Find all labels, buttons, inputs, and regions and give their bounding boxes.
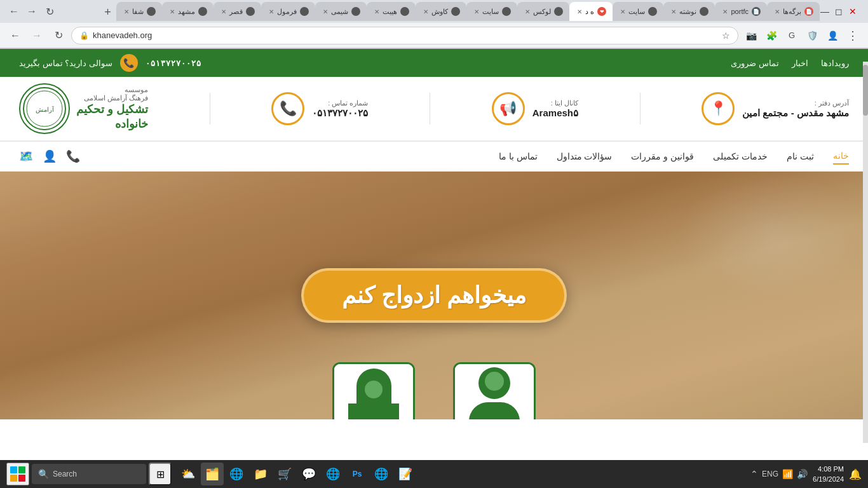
tab-5[interactable]: لوکس ✕ <box>517 2 569 21</box>
hero-cta-button[interactable]: میخواهم ازدواج کنم <box>301 268 567 323</box>
translate-button[interactable]: G <box>783 27 801 44</box>
nav-events[interactable]: رویدادها <box>821 58 849 68</box>
tab-13[interactable]: شفا ✕ <box>116 2 162 21</box>
tab-close-11[interactable]: ✕ <box>221 8 226 15</box>
reload-button[interactable]: ↻ <box>41 3 58 20</box>
new-tab-button[interactable]: + <box>98 3 116 21</box>
tab-close-5[interactable]: ✕ <box>525 8 530 15</box>
taskbar-app-weather[interactable]: ⛅ <box>177 463 200 485</box>
tab-6[interactable]: سایت ✕ <box>466 2 517 21</box>
start-button[interactable] <box>6 463 29 485</box>
tab-11[interactable]: قصر ✕ <box>214 2 261 21</box>
scrollbar-thumb[interactable] <box>863 65 868 116</box>
shield-button[interactable]: 🛡️ <box>803 27 821 44</box>
tab-7[interactable]: کاوش ✕ <box>416 2 466 21</box>
tab-12[interactable]: مشهد ✕ <box>162 2 214 21</box>
tab-close-active[interactable]: ✕ <box>577 8 582 15</box>
phone-value: ۰۵۱۳۷۲۷۰۰۲۵ <box>312 107 368 119</box>
nav-icons: 📞 👤 🗺️ <box>19 149 80 163</box>
tab-close-3[interactable]: ✕ <box>620 8 625 15</box>
wifi-icon[interactable]: 📶 <box>782 469 793 479</box>
back-button[interactable]: ← <box>5 3 23 20</box>
notification-icon[interactable]: 🔔 <box>849 468 862 480</box>
close-button[interactable]: ✕ <box>848 6 858 17</box>
nav-services[interactable]: خدمات تکمیلی <box>713 149 768 164</box>
address-reload-button[interactable]: ↻ <box>50 27 67 44</box>
divider-2 <box>430 93 430 125</box>
task-view-button[interactable]: ⊞ <box>149 463 172 485</box>
tab-close-2[interactable]: ✕ <box>671 8 676 15</box>
tab-close-12[interactable]: ✕ <box>170 8 175 15</box>
tab-close-6[interactable]: ✕ <box>474 8 479 15</box>
tab-8[interactable]: هیبت ✕ <box>367 2 416 21</box>
channel-label: کانال ایتا : <box>532 99 578 107</box>
tab-9[interactable]: شیمی ✕ <box>315 2 367 21</box>
tab-close-1[interactable]: ✕ <box>722 8 728 15</box>
scrollbar[interactable] <box>863 62 868 443</box>
profile-card-male[interactable] <box>453 362 536 419</box>
tab-close-9[interactable]: ✕ <box>323 8 328 15</box>
minimize-button[interactable]: — <box>820 6 830 17</box>
address-back-button[interactable]: ← <box>6 27 24 44</box>
forward-button[interactable]: → <box>23 3 41 20</box>
extension-button[interactable]: 🧩 <box>763 27 780 44</box>
tab-label-7: کاوش <box>431 8 448 16</box>
maximize-button[interactable]: ◻ <box>834 6 844 17</box>
phone-label: شماره تماس : <box>312 99 368 107</box>
taskbar-app-messages[interactable]: 💬 <box>297 463 320 485</box>
tab-10[interactable]: فرمول ✕ <box>261 2 315 21</box>
taskbar-app-browser[interactable]: 🌐 <box>225 463 248 485</box>
tab-3[interactable]: سایت ✕ <box>613 2 663 21</box>
channel-info-item: کانال ایتا : Aramesh۵ 📢 <box>492 92 578 125</box>
taskbar-app-explorer[interactable]: 📁 <box>249 463 272 485</box>
search-placeholder-text: Search <box>53 470 77 478</box>
messages-icon: 💬 <box>302 467 316 481</box>
profile-card-female[interactable] <box>332 362 415 419</box>
tab-2[interactable]: نوشته ✕ <box>663 2 715 21</box>
user-nav-icon[interactable]: 👤 <box>43 149 57 163</box>
tab-close-8[interactable]: ✕ <box>374 8 379 15</box>
tab-1[interactable]: 📄 portfc ✕ <box>715 2 767 21</box>
contact-cta[interactable]: سوالی دارید؟ تماس بگیرید <box>19 58 112 68</box>
nav-home[interactable]: خانه <box>833 148 849 165</box>
taskbar-app-store[interactable]: 🛒 <box>273 463 296 485</box>
tab-close-13[interactable]: ✕ <box>124 8 129 15</box>
nav-emergency[interactable]: تماس ضروری <box>731 58 779 68</box>
tab-active[interactable]: ❤ ه د ✕ <box>569 2 613 21</box>
profile-button[interactable]: 👤 <box>824 27 841 44</box>
address-forward-button[interactable]: → <box>28 27 46 44</box>
system-clock[interactable]: 4:08 PM 6/19/2024 <box>813 464 844 485</box>
tab-close-7[interactable]: ✕ <box>423 8 428 15</box>
tab-close-10[interactable]: ✕ <box>269 8 274 15</box>
tab-label-12: مشهد <box>178 8 195 16</box>
taskbar-app-files[interactable]: 🗂️ <box>201 463 224 485</box>
divider-3 <box>210 93 210 125</box>
star-icon[interactable]: ☆ <box>722 30 730 41</box>
nav-register[interactable]: ثبت نام <box>787 149 814 164</box>
phone-icon: 📞 <box>120 54 138 72</box>
map-nav-icon[interactable]: 🗺️ <box>19 149 33 163</box>
taskbar-search[interactable]: 🔍 Search <box>32 464 146 484</box>
title-bar: ← → ↻ 📄 برگه‌ها ✕ 📄 portfc ✕ نوشته ✕ سای <box>0 0 868 23</box>
address-bar[interactable]: 🔒 khanevadeh.org ☆ <box>71 27 738 44</box>
chevron-up-icon[interactable]: ⌃ <box>750 469 758 479</box>
phone-nav-icon[interactable]: 📞 <box>66 149 80 163</box>
taskbar-app-chrome[interactable]: 🌐 <box>322 463 344 485</box>
taskbar: 🔍 Search ⊞ ⛅ 🗂️ 🌐 📁 🛒 💬 🌐 Ps 🌐 <box>0 460 868 488</box>
screenshot-button[interactable]: 📷 <box>742 27 760 44</box>
taskbar-app-notes[interactable]: 📝 <box>394 463 417 485</box>
top-bar-left-contact: ۰۵۱۳۷۲۷۰۰۲۵ 📞 سوالی دارید؟ تماس بگیرید <box>19 54 201 72</box>
nav-contact[interactable]: تماس با ما <box>499 149 538 164</box>
tab-close-0[interactable]: ✕ <box>775 8 780 15</box>
nav-bar: خانه ثبت نام خدمات تکمیلی قوانین و مقررا… <box>0 142 868 172</box>
nav-rules[interactable]: قوانین و مقررات <box>631 149 694 164</box>
menu-button[interactable]: ⋮ <box>844 27 862 44</box>
language-indicator[interactable]: ENG <box>762 470 778 478</box>
channel-text-block: کانال ایتا : Aramesh۵ <box>532 99 578 119</box>
taskbar-app-chrome2[interactable]: 🌐 <box>370 463 393 485</box>
volume-icon[interactable]: 🔊 <box>797 469 808 479</box>
taskbar-app-ps[interactable]: Ps <box>346 463 369 485</box>
tab-0[interactable]: 📄 برگه‌ها ✕ <box>767 2 820 21</box>
nav-faq[interactable]: سؤالات متداول <box>557 149 613 164</box>
nav-news[interactable]: اخبار <box>792 58 808 68</box>
